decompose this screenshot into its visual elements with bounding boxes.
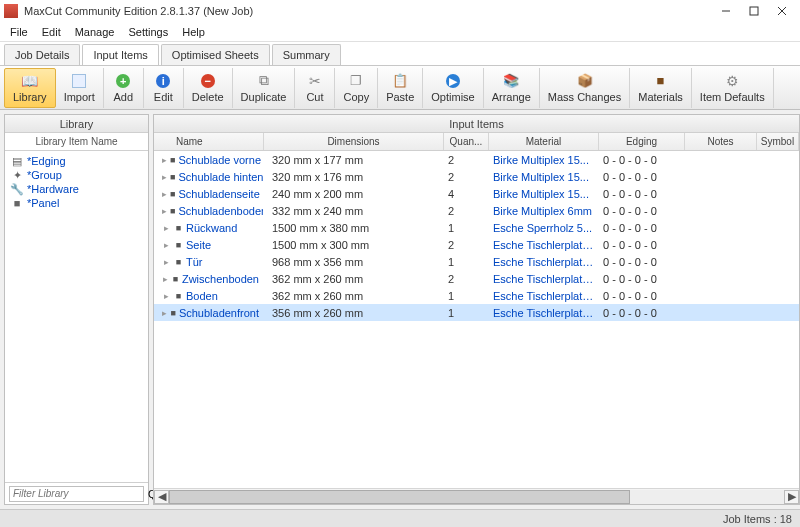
edit-label: Edit	[154, 91, 173, 103]
cell-quantity: 4	[444, 188, 489, 200]
cell-name-text: Schubladenboden	[178, 205, 264, 217]
cell-dimensions: 362 mm x 260 mm	[264, 273, 444, 285]
cell-quantity: 1	[444, 307, 489, 319]
cell-name-text: Boden	[186, 290, 218, 302]
scroll-right-icon[interactable]: ▶	[784, 490, 799, 504]
row-expand-icon[interactable]: ▸	[162, 206, 167, 215]
library-item-edging[interactable]: ▤*Edging	[9, 154, 144, 168]
mass-changes-button[interactable]: 📦Mass Changes	[540, 68, 630, 108]
cell-name-text: Zwischenboden	[182, 273, 259, 285]
arrange-label: Arrange	[492, 91, 531, 103]
cell-edging: 0 - 0 - 0 - 0	[599, 239, 685, 251]
table-row[interactable]: ▸■Zwischenboden362 mm x 260 mm2Esche Tis…	[154, 270, 799, 287]
column-sym[interactable]: Symbol	[757, 133, 799, 150]
cell-edging: 0 - 0 - 0 - 0	[599, 205, 685, 217]
table-row[interactable]: ▸■Schublade vorne320 mm x 177 mm2Birke M…	[154, 151, 799, 168]
column-notes[interactable]: Notes	[685, 133, 757, 150]
row-expand-icon[interactable]: ▸	[162, 257, 171, 266]
menu-help[interactable]: Help	[176, 24, 211, 40]
row-expand-icon[interactable]: ▸	[162, 274, 169, 283]
import-button[interactable]: Import	[56, 68, 104, 108]
table-row[interactable]: ▸■Schubladenfront356 mm x 260 mm1Esche T…	[154, 304, 799, 321]
column-mat[interactable]: Material	[489, 133, 599, 150]
cut-button[interactable]: ✂Cut	[295, 68, 335, 108]
cell-dimensions: 320 mm x 176 mm	[264, 171, 444, 183]
column-dim[interactable]: Dimensions	[264, 133, 444, 150]
menu-edit[interactable]: Edit	[36, 24, 67, 40]
cell-name: ▸■Tür	[154, 256, 264, 268]
close-button[interactable]	[768, 1, 796, 21]
menu-settings[interactable]: Settings	[122, 24, 174, 40]
cell-dimensions: 362 mm x 260 mm	[264, 290, 444, 302]
minimize-button[interactable]	[712, 1, 740, 21]
table-row[interactable]: ▸■Schubladenboden332 mm x 240 mm2Birke M…	[154, 202, 799, 219]
paste-button[interactable]: 📋Paste	[378, 68, 423, 108]
edit-icon: i	[155, 73, 171, 89]
table-body: ▸■Schublade vorne320 mm x 177 mm2Birke M…	[154, 151, 799, 488]
library-item-panel[interactable]: ■*Panel	[9, 196, 144, 210]
cell-material: Birke Multiplex 15...	[489, 171, 599, 183]
tab-job-details[interactable]: Job Details	[4, 44, 80, 65]
delete-label: Delete	[192, 91, 224, 103]
panel-icon: ■	[174, 291, 183, 300]
edit-button[interactable]: iEdit	[144, 68, 184, 108]
table-row[interactable]: ▸■Tür968 mm x 356 mm1Esche Tischlerplatt…	[154, 253, 799, 270]
cell-name: ▸■Schublade vorne	[154, 154, 264, 166]
input-items-title: Input Items	[154, 115, 799, 133]
mass-changes-label: Mass Changes	[548, 91, 621, 103]
horizontal-scrollbar[interactable]: ◀ ▶	[154, 488, 799, 504]
row-expand-icon[interactable]: ▸	[162, 240, 171, 249]
cell-edging: 0 - 0 - 0 - 0	[599, 290, 685, 302]
table-row[interactable]: ▸■Seite1500 mm x 300 mm2Esche Tischlerpl…	[154, 236, 799, 253]
scroll-track[interactable]	[169, 490, 784, 504]
maximize-button[interactable]	[740, 1, 768, 21]
optimise-label: Optimise	[431, 91, 474, 103]
library-button[interactable]: 📖Library	[4, 68, 56, 108]
materials-label: Materials	[638, 91, 683, 103]
item-defaults-button[interactable]: ⚙Item Defaults	[692, 68, 774, 108]
table-row[interactable]: ▸■Schubladenseite240 mm x 200 mm4Birke M…	[154, 185, 799, 202]
tab-summary[interactable]: Summary	[272, 44, 341, 65]
column-qty[interactable]: Quan...	[444, 133, 489, 150]
cell-edging: 0 - 0 - 0 - 0	[599, 222, 685, 234]
scroll-thumb[interactable]	[169, 490, 630, 504]
table-row[interactable]: ▸■Schublade hinten320 mm x 176 mm2Birke …	[154, 168, 799, 185]
arrange-button[interactable]: 📚Arrange	[484, 68, 540, 108]
row-expand-icon[interactable]: ▸	[162, 291, 171, 300]
materials-button[interactable]: ■Materials	[630, 68, 692, 108]
add-label: Add	[114, 91, 134, 103]
row-expand-icon[interactable]: ▸	[162, 172, 167, 181]
row-expand-icon[interactable]: ▸	[162, 155, 167, 164]
duplicate-button[interactable]: ⧉Duplicate	[233, 68, 296, 108]
library-item-group[interactable]: ✦*Group	[9, 168, 144, 182]
column-name[interactable]: Name	[154, 133, 264, 150]
menu-file[interactable]: File	[4, 24, 34, 40]
library-list: ▤*Edging✦*Group🔧*Hardware■*Panel	[5, 151, 148, 482]
panel-icon: ■	[170, 189, 175, 198]
cut-label: Cut	[306, 91, 323, 103]
scroll-left-icon[interactable]: ◀	[154, 490, 169, 504]
add-button[interactable]: +Add	[104, 68, 144, 108]
row-expand-icon[interactable]: ▸	[162, 223, 171, 232]
row-expand-icon[interactable]: ▸	[162, 189, 167, 198]
table-row[interactable]: ▸■Rückwand1500 mm x 380 mm1Esche Sperrho…	[154, 219, 799, 236]
cell-edging: 0 - 0 - 0 - 0	[599, 256, 685, 268]
tab-input-items[interactable]: Input Items	[82, 44, 158, 65]
optimise-button[interactable]: ▶Optimise	[423, 68, 483, 108]
cell-quantity: 1	[444, 256, 489, 268]
table-row[interactable]: ▸■Boden362 mm x 260 mm1Esche Tischlerpla…	[154, 287, 799, 304]
cell-material: Birke Multiplex 15...	[489, 188, 599, 200]
library-item-hardware[interactable]: 🔧*Hardware	[9, 182, 144, 196]
menu-manage[interactable]: Manage	[69, 24, 121, 40]
column-edg[interactable]: Edging	[599, 133, 685, 150]
cell-edging: 0 - 0 - 0 - 0	[599, 307, 685, 319]
status-label: Job Items :	[723, 513, 777, 525]
delete-button[interactable]: −Delete	[184, 68, 233, 108]
row-expand-icon[interactable]: ▸	[162, 308, 167, 317]
copy-button[interactable]: ❐Copy	[335, 68, 378, 108]
cell-edging: 0 - 0 - 0 - 0	[599, 154, 685, 166]
tab-optimised-sheets[interactable]: Optimised Sheets	[161, 44, 270, 65]
filter-library-input[interactable]	[9, 486, 144, 502]
cell-material: Birke Multiplex 15...	[489, 154, 599, 166]
import-icon	[71, 73, 87, 89]
